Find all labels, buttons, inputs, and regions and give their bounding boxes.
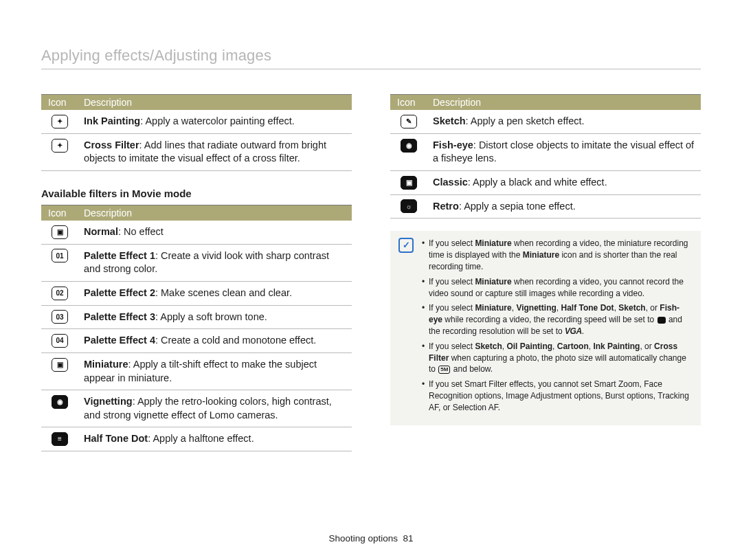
th-icon: Icon	[41, 205, 77, 221]
note-item: If you select Miniature when recording a…	[422, 276, 690, 300]
movie-mode-heading: Available filters in Movie mode	[41, 188, 352, 199]
table-row: 03Palette Effect 3: Apply a soft brown t…	[41, 305, 352, 329]
table-row: ▣Normal: No effect	[41, 221, 352, 244]
page-footer: Shooting options 81	[0, 533, 742, 544]
cross-filter-icon: ✦	[52, 139, 68, 153]
th-desc: Description	[426, 95, 701, 111]
palette3-icon: 03	[52, 310, 68, 324]
note-item: If you set Smart Filter effects, you can…	[422, 379, 690, 413]
left-column: Icon Description ✦ Ink Painting: Apply a…	[41, 94, 352, 451]
halftone-icon: ≡	[52, 432, 68, 446]
table-row: 01Palette Effect 1: Create a vivid look …	[41, 244, 352, 281]
palette2-icon: 02	[52, 287, 68, 300]
th-desc: Description	[77, 95, 352, 111]
table-row: ▣Miniature: Apply a tilt-shift effect to…	[41, 353, 352, 390]
vignetting-icon: ◉	[52, 395, 68, 409]
info-icon: ✓	[398, 238, 414, 253]
table-row: ✦ Cross Filter: Add lines that radiate o…	[41, 133, 352, 170]
table-effects-right: Icon Description ✎Sketch: Apply a pen sk…	[390, 94, 701, 219]
table-movie-filters: Icon Description ▣Normal: No effect 01Pa…	[41, 205, 352, 451]
right-column: Icon Description ✎Sketch: Apply a pen sk…	[390, 94, 701, 451]
table-row: ◉Fish-eye: Distort close objects to imit…	[390, 133, 701, 170]
table-row: 02Palette Effect 2: Make scenes clean an…	[41, 281, 352, 305]
table-row: ▣Classic: Apply a black and white effect…	[390, 170, 701, 194]
table-row: ◉Vignetting: Apply the retro-looking col…	[41, 390, 352, 427]
table-row: 04Palette Effect 4: Create a cold and mo…	[41, 329, 352, 353]
vga-label: VGA	[565, 326, 582, 336]
page-title: Applying effects/Adjusting images	[41, 47, 701, 69]
table-row: ≡Half Tone Dot: Apply a halftone effect.	[41, 427, 352, 451]
th-desc: Description	[77, 205, 352, 221]
classic-icon: ▣	[401, 176, 417, 190]
normal-icon: ▣	[52, 225, 68, 239]
note-item: If you select Sketch, Oil Painting, Cart…	[422, 341, 690, 375]
table-row: ✎Sketch: Apply a pen sketch effect.	[390, 110, 701, 133]
th-icon: Icon	[41, 95, 77, 111]
speed-icon	[657, 317, 666, 324]
table-effects-top: Icon Description ✦ Ink Painting: Apply a…	[41, 94, 352, 171]
retro-icon: ☼	[401, 199, 417, 213]
info-note-box: ✓ If you select Miniature when recording…	[390, 231, 701, 425]
ink-painting-icon: ✦	[52, 115, 68, 128]
palette4-icon: 04	[52, 334, 68, 348]
note-item: If you select Miniature when recording a…	[422, 238, 690, 272]
palette1-icon: 01	[52, 249, 68, 262]
sketch-icon: ✎	[401, 115, 417, 128]
miniature-icon: ▣	[52, 358, 68, 372]
th-icon: Icon	[390, 95, 426, 111]
table-row: ✦ Ink Painting: Apply a watercolor paint…	[41, 110, 352, 133]
fisheye-icon: ◉	[401, 139, 417, 153]
table-row: ☼Retro: Apply a sepia tone effect.	[390, 194, 701, 219]
note-item: If you select Miniature, Vignetting, Hal…	[422, 302, 690, 337]
res5m-badge: 5M	[438, 366, 450, 374]
